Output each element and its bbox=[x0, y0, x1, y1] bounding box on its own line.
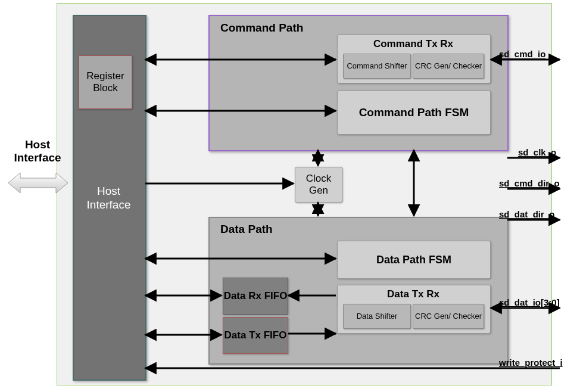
command-shifter-block: Command Shifter bbox=[343, 54, 411, 79]
signal-sd-cmd-io: sd_cmd_io bbox=[499, 49, 545, 59]
svg-marker-0 bbox=[8, 173, 68, 193]
signal-sd-dat-io: sd_dat_io[3:0] bbox=[499, 297, 560, 307]
signal-sd-clk-o: sd_clk_o bbox=[518, 147, 556, 157]
data-txrx-title: Data Tx Rx bbox=[341, 288, 486, 300]
clock-gen-block: Clock Gen bbox=[295, 167, 342, 203]
signal-sd-cmd-dir-o: sd_cmd_dir_o bbox=[499, 178, 560, 188]
data-shifter-block: Data Shifter bbox=[343, 304, 411, 329]
signal-write-protect: write_protect_i bbox=[499, 357, 563, 368]
data-path-title: Data Path bbox=[220, 223, 273, 236]
host-interface-external-label: Host Interface bbox=[11, 138, 64, 164]
data-crc-block: CRC Gen/ Checker bbox=[413, 304, 484, 329]
data-tx-fifo-block: Data Tx FIFO bbox=[223, 317, 288, 354]
host-interface-label: Host Interface bbox=[83, 185, 134, 212]
register-block: Register Block bbox=[79, 55, 132, 109]
signal-sd-dat-dir-o: sd_dat_dir_o bbox=[499, 209, 554, 219]
data-path-fsm-block: Data Path FSM bbox=[337, 241, 491, 279]
data-rx-fifo-block: Data Rx FIFO bbox=[223, 278, 288, 315]
command-txrx-title: Command Tx Rx bbox=[341, 38, 486, 50]
command-path-fsm-block: Command Path FSM bbox=[337, 91, 491, 135]
command-path-title: Command Path bbox=[220, 21, 303, 35]
host-interface-arrow-icon bbox=[8, 171, 68, 195]
diagram-canvas: Host Interface Register Block Host Inter… bbox=[0, 0, 580, 392]
command-crc-block: CRC Gen/ Checker bbox=[413, 54, 484, 79]
